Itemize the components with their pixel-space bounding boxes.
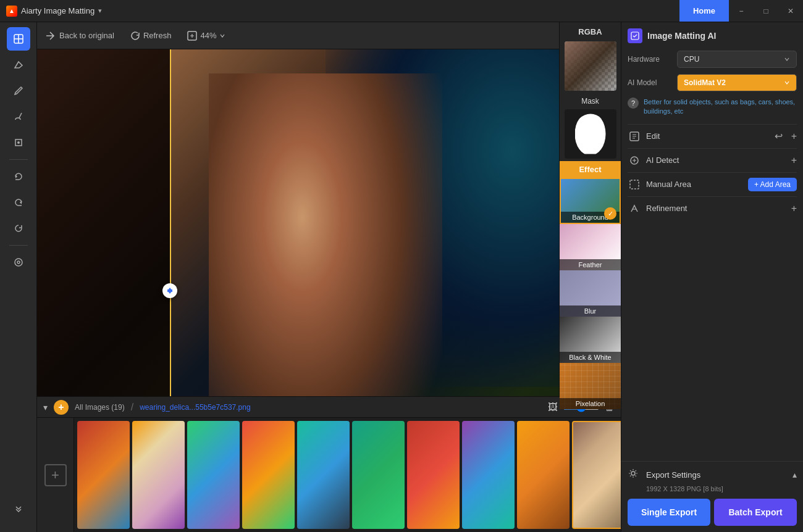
app-logo: ▲ (6, 6, 17, 17)
ai-detect-add[interactable]: + (791, 155, 797, 166)
refinement-section[interactable]: Refinement + (628, 196, 797, 220)
thumbnail-7[interactable] (407, 421, 460, 529)
hardware-label: Hardware (628, 55, 677, 64)
rgba-thumb-image (565, 41, 616, 91)
maximize-button[interactable]: □ (754, 0, 778, 22)
ai-model-control: SolidMat V2 (677, 74, 797, 91)
app-title: Aiarty Image Matting (21, 6, 95, 15)
matting-icon (628, 28, 642, 43)
zoom-control[interactable]: 44% (187, 31, 225, 41)
home-tab[interactable]: Home (679, 0, 729, 22)
window-controls: − □ ✕ (729, 0, 803, 22)
hardware-dropdown[interactable]: CPU (677, 51, 797, 68)
split-handle[interactable] (162, 283, 177, 298)
thumbnail-9[interactable] (517, 421, 559, 529)
thumbnails-container[interactable] (74, 418, 559, 532)
effect-black-white[interactable]: Black & White (560, 317, 621, 363)
effect-label: Effect (560, 161, 621, 178)
rotate-tool[interactable] (7, 217, 30, 240)
ai-detect-icon (628, 154, 641, 167)
title-dropdown-icon[interactable]: ▾ (98, 7, 102, 15)
image-size-icon: 🖼 (548, 402, 558, 413)
refinement-label: Refinement (646, 204, 786, 213)
effect-bg-name: Background (561, 212, 620, 223)
mask-label: Mask (560, 93, 621, 109)
add-image-button[interactable]: + (54, 400, 69, 415)
effect-feather-name: Feather (560, 259, 621, 270)
top-bar: Back to original Refresh 44% (37, 22, 559, 49)
close-button[interactable]: ✕ (778, 0, 803, 22)
mask-thumbnail[interactable] (565, 109, 616, 159)
current-file-label: wearing_delica...55b5e7c537.png (140, 403, 250, 412)
undo-tool[interactable] (7, 165, 30, 188)
export-buttons: Single Export Batch Export (628, 499, 797, 526)
center-area: Back to original Refresh 44% (37, 22, 559, 532)
select-tool[interactable] (7, 27, 30, 51)
svg-point-4 (15, 259, 22, 266)
effect-feather[interactable]: Feather (560, 224, 621, 270)
eraser-tool[interactable] (7, 53, 30, 77)
single-export-button[interactable]: Single Export (628, 499, 710, 526)
crop-tool[interactable] (7, 251, 30, 274)
add-area-button[interactable]: + Add Area (748, 178, 797, 191)
ai-detect-label: AI Detect (646, 156, 786, 165)
effect-pixelation[interactable]: Pixelation (560, 363, 621, 409)
thumbnail-2[interactable] (132, 421, 185, 529)
manual-area-icon (628, 178, 641, 191)
export-details: 1992 X 1328 PNG [8 bits] (628, 485, 797, 493)
settings-scroll: Image Matting AI Hardware CPU AI Model (621, 22, 803, 461)
svg-point-11 (631, 472, 635, 475)
refinement-add[interactable]: + (791, 203, 797, 214)
refinement-icon (628, 202, 641, 215)
thumbnail-8[interactable] (462, 421, 515, 529)
add-new-button[interactable]: + (37, 418, 74, 532)
export-collapse-icon[interactable]: ▴ (792, 470, 797, 480)
edit-icon (628, 130, 641, 143)
svg-rect-7 (631, 32, 639, 39)
effect-background[interactable]: ✓ Background (560, 178, 621, 224)
export-settings-label: Export Settings (646, 470, 700, 480)
thumbnail-5[interactable] (297, 421, 350, 529)
back-to-original-button[interactable]: Back to original (44, 30, 114, 41)
fill-tool[interactable] (7, 131, 30, 154)
mask-silhouette (575, 114, 606, 154)
redo-tool[interactable] (7, 191, 30, 214)
all-images-label: All Images (19) (75, 403, 125, 412)
filmstrip-content: + (37, 418, 559, 532)
effect-blur-name: Blur (560, 305, 621, 317)
edit-add[interactable]: + (791, 131, 797, 142)
hardware-control: CPU (677, 51, 797, 68)
svg-point-5 (17, 261, 20, 264)
effect-blur[interactable]: Blur (560, 270, 621, 317)
ai-model-dropdown[interactable]: SolidMat V2 (677, 74, 797, 91)
minimize-button[interactable]: − (729, 0, 754, 22)
matting-title: Image Matting AI (647, 31, 717, 41)
thumbnail-4[interactable] (242, 421, 295, 529)
rgba-thumbnail[interactable] (565, 41, 616, 91)
thumbnail-1[interactable] (77, 421, 130, 529)
thumbnail-3[interactable] (187, 421, 240, 529)
ai-model-row: AI Model SolidMat V2 (628, 74, 797, 91)
toolbar-separator-1 (9, 159, 28, 160)
edit-undo[interactable]: ↩ (775, 130, 783, 142)
batch-export-button[interactable]: Batch Export (714, 499, 797, 526)
thumbnail-6[interactable] (352, 421, 405, 529)
refresh-button[interactable]: Refresh (130, 31, 172, 41)
manual-area-section[interactable]: Manual Area + Add Area (628, 172, 797, 196)
svg-rect-10 (630, 180, 639, 189)
ai-model-description: Better for solid objects, such as bags, … (644, 98, 797, 117)
rgba-label: RGBA (560, 22, 621, 41)
edit-section[interactable]: Edit ↩ + (628, 124, 797, 148)
main-layout: Back to original Refresh 44% (0, 22, 803, 532)
brush-tool[interactable] (7, 105, 30, 128)
collapse-button[interactable]: ▾ (43, 402, 48, 412)
collapse-toolbar-button[interactable] (7, 496, 30, 520)
ai-detect-section[interactable]: AI Detect + (628, 148, 797, 172)
filmstrip-panel: ▾ + All Images (19) / wearing_delica...5… (37, 396, 559, 532)
manual-area-label: Manual Area (646, 180, 743, 189)
left-toolbar (0, 22, 37, 532)
hardware-row: Hardware CPU (628, 51, 797, 68)
settings-panel: Image Matting AI Hardware CPU AI Model (621, 22, 803, 532)
pen-tool[interactable] (7, 79, 30, 102)
path-divider: / (131, 402, 133, 413)
